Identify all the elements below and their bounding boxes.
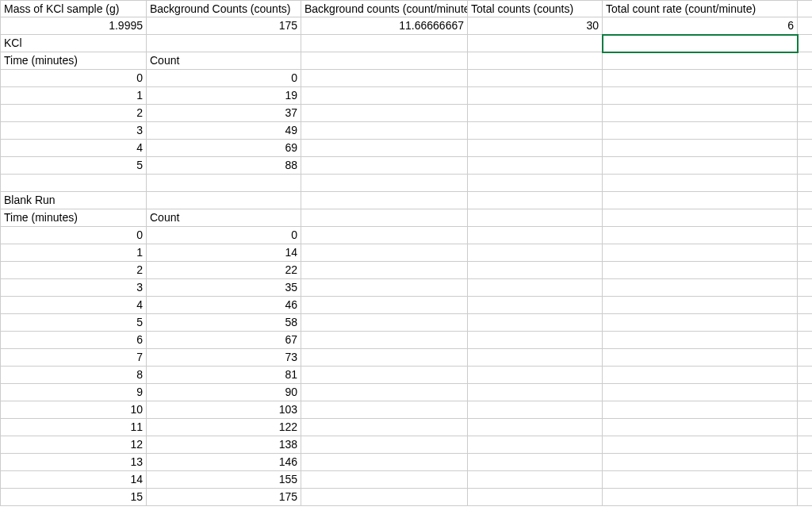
kcl-time-cell[interactable]: 2 bbox=[0, 105, 147, 122]
blank-count-cell[interactable]: 81 bbox=[147, 367, 301, 384]
empty-cell[interactable] bbox=[468, 279, 603, 297]
kcl-count-cell[interactable]: 49 bbox=[147, 122, 301, 140]
empty-cell[interactable] bbox=[301, 192, 468, 209]
empty-cell[interactable] bbox=[468, 209, 603, 227]
blank-count-cell[interactable]: 122 bbox=[147, 419, 301, 436]
empty-cell[interactable] bbox=[301, 489, 468, 506]
blank-count-cell[interactable]: 138 bbox=[147, 436, 301, 454]
empty-cell[interactable] bbox=[468, 262, 603, 279]
kcl-count-cell[interactable]: 0 bbox=[147, 70, 301, 87]
empty-cell[interactable] bbox=[468, 384, 603, 401]
empty-cell[interactable] bbox=[301, 314, 468, 332]
blank-time-cell[interactable]: 15 bbox=[0, 489, 147, 506]
kcl-count-cell[interactable]: 19 bbox=[147, 87, 301, 105]
empty-cell[interactable] bbox=[798, 209, 812, 227]
empty-cell[interactable] bbox=[603, 175, 798, 192]
empty-cell[interactable] bbox=[798, 279, 812, 297]
kcl-time-cell[interactable]: 3 bbox=[0, 122, 147, 140]
empty-cell[interactable] bbox=[301, 419, 468, 436]
blank-count-cell[interactable]: 35 bbox=[147, 279, 301, 297]
empty-cell[interactable] bbox=[603, 209, 798, 227]
empty-cell[interactable] bbox=[301, 227, 468, 244]
empty-cell[interactable] bbox=[798, 471, 812, 489]
empty-cell[interactable] bbox=[798, 489, 812, 506]
empty-cell[interactable] bbox=[603, 489, 798, 506]
empty-cell[interactable] bbox=[798, 332, 812, 349]
empty-cell[interactable] bbox=[798, 0, 812, 17]
empty-cell[interactable] bbox=[603, 192, 798, 209]
blank-time-cell[interactable]: 11 bbox=[0, 419, 147, 436]
empty-cell[interactable] bbox=[603, 70, 798, 87]
empty-cell[interactable] bbox=[798, 157, 812, 175]
empty-cell[interactable] bbox=[147, 192, 301, 209]
empty-cell[interactable] bbox=[0, 175, 147, 192]
blank-count-cell[interactable]: 175 bbox=[147, 489, 301, 506]
empty-cell[interactable] bbox=[301, 52, 468, 70]
blank-time-cell[interactable]: 12 bbox=[0, 436, 147, 454]
selected-cell[interactable] bbox=[603, 35, 798, 52]
empty-cell[interactable] bbox=[603, 105, 798, 122]
empty-cell[interactable] bbox=[468, 471, 603, 489]
blank-time-cell[interactable]: 1 bbox=[0, 244, 147, 262]
empty-cell[interactable] bbox=[301, 297, 468, 314]
empty-cell[interactable] bbox=[468, 454, 603, 471]
value-mass[interactable]: 1.9995 bbox=[0, 17, 147, 35]
empty-cell[interactable] bbox=[603, 140, 798, 157]
blank-time-cell[interactable]: 6 bbox=[0, 332, 147, 349]
empty-cell[interactable] bbox=[798, 70, 812, 87]
empty-cell[interactable] bbox=[798, 367, 812, 384]
empty-cell[interactable] bbox=[468, 175, 603, 192]
blank-time-cell[interactable]: 5 bbox=[0, 314, 147, 332]
empty-cell[interactable] bbox=[468, 35, 603, 52]
empty-cell[interactable] bbox=[301, 471, 468, 489]
empty-cell[interactable] bbox=[603, 349, 798, 367]
empty-cell[interactable] bbox=[301, 209, 468, 227]
blank-count-cell[interactable]: 0 bbox=[147, 227, 301, 244]
spreadsheet-grid[interactable]: Mass of KCl sample (g)Background Counts … bbox=[0, 0, 812, 506]
value-bg-counts[interactable]: 175 bbox=[147, 17, 301, 35]
empty-cell[interactable] bbox=[603, 384, 798, 401]
empty-cell[interactable] bbox=[147, 175, 301, 192]
empty-cell[interactable] bbox=[301, 105, 468, 122]
blank-count-cell[interactable]: 22 bbox=[147, 262, 301, 279]
blank-time-cell[interactable]: 14 bbox=[0, 471, 147, 489]
empty-cell[interactable] bbox=[798, 314, 812, 332]
empty-cell[interactable] bbox=[603, 244, 798, 262]
empty-cell[interactable] bbox=[301, 401, 468, 419]
blank-count-cell[interactable]: 67 bbox=[147, 332, 301, 349]
blank-count-cell[interactable]: 103 bbox=[147, 401, 301, 419]
kcl-time-cell[interactable]: 5 bbox=[0, 157, 147, 175]
blank-count-cell[interactable]: 90 bbox=[147, 384, 301, 401]
empty-cell[interactable] bbox=[798, 227, 812, 244]
empty-cell[interactable] bbox=[603, 297, 798, 314]
empty-cell[interactable] bbox=[301, 87, 468, 105]
empty-cell[interactable] bbox=[798, 175, 812, 192]
empty-cell[interactable] bbox=[798, 384, 812, 401]
empty-cell[interactable] bbox=[468, 105, 603, 122]
empty-cell[interactable] bbox=[798, 401, 812, 419]
empty-cell[interactable] bbox=[603, 367, 798, 384]
blank-count-cell[interactable]: 155 bbox=[147, 471, 301, 489]
empty-cell[interactable] bbox=[603, 436, 798, 454]
empty-cell[interactable] bbox=[468, 332, 603, 349]
empty-cell[interactable] bbox=[468, 140, 603, 157]
kcl-time-cell[interactable]: 4 bbox=[0, 140, 147, 157]
empty-cell[interactable] bbox=[147, 35, 301, 52]
empty-cell[interactable] bbox=[468, 192, 603, 209]
empty-cell[interactable] bbox=[301, 35, 468, 52]
empty-cell[interactable] bbox=[468, 314, 603, 332]
empty-cell[interactable] bbox=[603, 314, 798, 332]
empty-cell[interactable] bbox=[798, 87, 812, 105]
empty-cell[interactable] bbox=[798, 297, 812, 314]
empty-cell[interactable] bbox=[301, 436, 468, 454]
value-total-counts[interactable]: 30 bbox=[468, 17, 603, 35]
empty-cell[interactable] bbox=[798, 122, 812, 140]
empty-cell[interactable] bbox=[301, 454, 468, 471]
empty-cell[interactable] bbox=[798, 140, 812, 157]
empty-cell[interactable] bbox=[798, 35, 812, 52]
empty-cell[interactable] bbox=[468, 70, 603, 87]
blank-time-cell[interactable]: 0 bbox=[0, 227, 147, 244]
blank-count-cell[interactable]: 58 bbox=[147, 314, 301, 332]
empty-cell[interactable] bbox=[301, 70, 468, 87]
empty-cell[interactable] bbox=[468, 227, 603, 244]
